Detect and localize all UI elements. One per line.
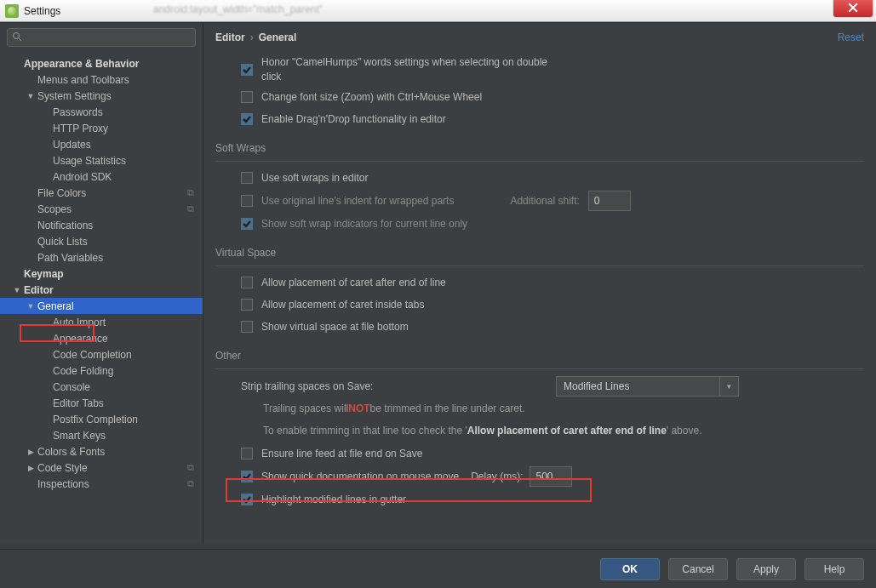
label-caret-tabs: Allow placement of caret inside tabs: [261, 299, 424, 311]
breadcrumb: Editor › General Reset: [203, 23, 876, 52]
checkbox-quick-doc[interactable]: [241, 471, 253, 482]
tree-auto-import[interactable]: Auto Import: [0, 314, 203, 330]
section-soft-wraps: Soft Wraps: [215, 130, 864, 157]
label-soft-indicators: Show soft wrap indicators for current li…: [261, 218, 467, 230]
label-ensure-lf: Ensure line feed at file end on Save: [261, 448, 422, 460]
checkbox-ensure-lf[interactable]: [241, 448, 253, 460]
tree-appearance[interactable]: Appearance: [0, 330, 203, 346]
tree-menus-toolbars[interactable]: Menus and Toolbars: [0, 71, 203, 88]
close-icon: [848, 3, 858, 13]
separator: [215, 161, 864, 162]
shared-icon: ⧉: [187, 203, 194, 214]
checkbox-caret-eol[interactable]: [241, 277, 253, 288]
tree-path-variables[interactable]: Path Variables: [0, 249, 203, 265]
tree-general[interactable]: ▼General: [0, 298, 203, 314]
label-zoom: Change font size (Zoom) with Ctrl+Mouse …: [261, 91, 482, 103]
label-caret-eol: Allow placement of caret after end of li…: [261, 277, 446, 288]
tree-passwords[interactable]: Passwords: [0, 104, 203, 120]
tree-file-colors[interactable]: File Colors⧉: [0, 185, 203, 201]
label-hl-gutter: Highlight modified lines in gutter: [261, 494, 406, 505]
checkbox-caret-tabs[interactable]: [241, 299, 253, 311]
label-strip-trailing: Strip trailing spaces on Save:: [241, 380, 556, 392]
tree-notifications[interactable]: Notifications: [0, 217, 203, 233]
shared-icon: ⧉: [187, 187, 194, 198]
label-dnd: Enable Drag'n'Drop functionality in edit…: [261, 113, 446, 125]
sidebar: Appearance & Behavior Menus and Toolbars…: [0, 23, 203, 544]
tree-code-style[interactable]: ▶Code Style⧉: [0, 460, 203, 476]
separator: [215, 368, 864, 369]
label-virt-bottom: Show virtual space at file bottom: [261, 321, 409, 333]
settings-tree: Appearance & Behavior Menus and Toolbars…: [0, 52, 203, 544]
tree-code-folding[interactable]: Code Folding: [0, 363, 203, 379]
dialog-footer: OK Cancel Apply Help: [0, 549, 876, 588]
help-button[interactable]: Help: [804, 558, 864, 580]
cancel-button[interactable]: Cancel: [668, 558, 728, 580]
tree-smart-keys[interactable]: Smart Keys: [0, 427, 203, 443]
checkbox-use-soft-wraps[interactable]: [241, 172, 253, 184]
shared-icon: ⧉: [187, 462, 194, 473]
checkbox-zoom[interactable]: [241, 91, 253, 103]
chevron-down-icon: ▾: [719, 377, 731, 396]
svg-point-0: [14, 33, 20, 39]
background-blurred-text: android:layout_width="match_parent": [153, 3, 323, 15]
search-input[interactable]: [7, 28, 196, 47]
note-enable-trimming: To enable trimming in that line too chec…: [215, 420, 864, 442]
tree-postfix-completion[interactable]: Postfix Completion: [0, 411, 203, 427]
tree-console[interactable]: Console: [0, 379, 203, 395]
label-honor-camelhumps: Honor "CamelHumps" words settings when s…: [261, 55, 568, 84]
titlebar: Settings android:layout_width="match_par…: [0, 0, 876, 22]
label-use-soft-wraps: Use soft wraps in editor: [261, 172, 368, 184]
content-panel: Editor › General Reset Honor "CamelHumps…: [203, 23, 876, 544]
tree-appearance-behavior[interactable]: Appearance & Behavior: [0, 55, 203, 71]
input-delay-ms[interactable]: [530, 466, 572, 487]
tree-code-completion[interactable]: Code Completion: [0, 346, 203, 363]
tree-http-proxy[interactable]: HTTP Proxy: [0, 120, 203, 136]
checkbox-virt-bottom[interactable]: [241, 321, 253, 333]
tree-scopes[interactable]: Scopes⧉: [0, 201, 203, 217]
separator: [215, 265, 864, 266]
apply-button[interactable]: Apply: [736, 558, 796, 580]
checkbox-dnd[interactable]: [241, 113, 253, 125]
tree-updates[interactable]: Updates: [0, 136, 203, 152]
checkbox-hl-gutter[interactable]: [241, 494, 253, 505]
tree-keymap[interactable]: Keymap: [0, 265, 203, 282]
label-quick-doc: Show quick documentation on mouse move: [261, 471, 459, 482]
section-virtual-space: Virtual Space: [215, 235, 864, 262]
select-value: Modified Lines: [564, 380, 629, 392]
app-icon: [5, 4, 19, 18]
input-additional-shift[interactable]: [588, 191, 631, 211]
reset-link[interactable]: Reset: [838, 31, 864, 43]
tree-system-settings[interactable]: ▼System Settings: [0, 88, 203, 104]
tree-usage-statistics[interactable]: Usage Statistics: [0, 152, 203, 168]
tree-android-sdk[interactable]: Android SDK: [0, 168, 203, 185]
label-orig-indent: Use original line's indent for wrapped p…: [261, 195, 454, 207]
label-delay: Delay (ms):: [471, 471, 523, 482]
breadcrumb-general: General: [259, 31, 297, 43]
tree-editor[interactable]: ▼Editor: [0, 282, 203, 298]
search-icon: [12, 31, 22, 44]
checkbox-soft-indicators[interactable]: [241, 218, 253, 230]
breadcrumb-editor[interactable]: Editor: [215, 31, 245, 43]
shared-icon: ⧉: [187, 478, 194, 489]
ok-button[interactable]: OK: [600, 558, 660, 580]
tree-quick-lists[interactable]: Quick Lists: [0, 233, 203, 249]
tree-inspections[interactable]: Inspections⧉: [0, 476, 203, 492]
chevron-right-icon: ›: [250, 31, 254, 43]
checkbox-orig-indent[interactable]: [241, 195, 253, 207]
window-close-button[interactable]: [833, 0, 873, 17]
note-trimming: Trailing spaces will NOT be trimmed in t…: [215, 398, 864, 420]
label-additional-shift: Additional shift:: [510, 195, 579, 207]
window-title: Settings: [24, 5, 60, 17]
tree-editor-tabs[interactable]: Editor Tabs: [0, 395, 203, 411]
tree-colors-fonts[interactable]: ▶Colors & Fonts: [0, 443, 203, 460]
checkbox-honor-camelhumps[interactable]: [241, 64, 253, 76]
select-strip-trailing[interactable]: Modified Lines ▾: [556, 376, 739, 397]
section-other: Other: [215, 338, 864, 365]
